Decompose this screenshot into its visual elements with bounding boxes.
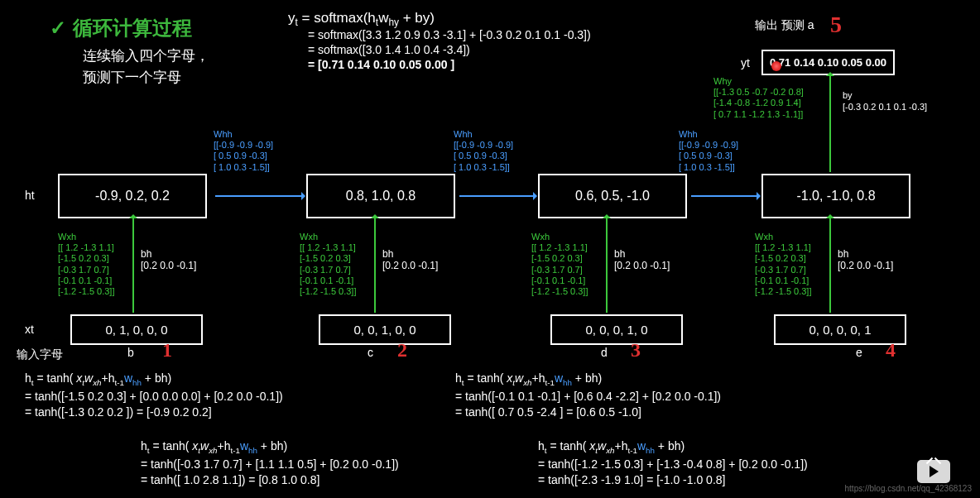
title: ✓循环计算过程 [50, 15, 192, 41]
watermark: https://blog.csdn.net/qq_42368123 [845, 484, 972, 493]
output-label: 输出 预测 a [755, 18, 814, 33]
whh-2: Whh[[-0.9 -0.9 -0.9] [ 0.5 0.9 -0.3] [ 1… [454, 129, 513, 173]
ht-box-4: -1.0, -1.0, 0.8 [761, 174, 910, 218]
red-1: 1 [162, 339, 172, 362]
arrow-xt-ht-1 [132, 215, 134, 313]
bh-3: bh[0.2 0.0 -0.1] [614, 248, 670, 271]
ht-box-3: 0.6, 0.5, -1.0 [538, 174, 687, 218]
arrow-xt-ht-4 [829, 215, 831, 313]
calc-1: ht = tanh( xtwxh+ht-1whh + bh) = tanh([-… [25, 371, 283, 421]
ht-box-2: 0.8, 1.0, 0.8 [306, 174, 455, 218]
wxh-4: Wxh[[ 1.2 -1.3 1.1] [-1.5 0.2 0.3] [-0.3… [755, 232, 811, 297]
whh-3: Whh[[-0.9 -0.9 -0.9] [ 0.5 0.9 -0.3] [ 1… [679, 129, 738, 173]
letter-e: e [856, 346, 862, 359]
ht-label: ht [25, 189, 35, 202]
xt-box-3: 0, 0, 0, 1, 0 [550, 314, 683, 345]
arrow-h1-h2 [215, 195, 305, 197]
by-vector: by [-0.3 0.2 0.1 0.1 -0.3] [843, 89, 927, 113]
wxh-3: Wxh[[ 1.2 -1.3 1.1] [-1.5 0.2 0.3] [-0.3… [531, 232, 588, 297]
letter-b: b [127, 346, 134, 359]
letter-c: c [368, 346, 373, 359]
wxh-1: Wxh[[ 1.2 -1.3 1.1] [-1.5 0.2 0.3] [-0.3… [58, 232, 114, 297]
bh-1: bh[0.2 0.0 -0.1] [141, 248, 196, 271]
yt-label: yt [741, 56, 750, 69]
red-2: 2 [397, 339, 407, 362]
calc-2: ht = tanh( xtwxh+ht-1whh + bh) = tanh([-… [141, 438, 399, 489]
input-letter-label: 输入字母 [17, 347, 63, 362]
xt-box-2: 0, 0, 1, 0, 0 [319, 314, 451, 345]
arrow-xt-ht-3 [606, 215, 608, 313]
wxh-2: Wxh[[ 1.2 -1.3 1.1] [-1.5 0.2 0.3] [-0.3… [300, 232, 356, 297]
arrow-h3-h4 [691, 195, 760, 197]
calc-3: ht = tanh( xtwxh+ht-1whh + bh) = tanh([-… [455, 371, 721, 421]
play-button[interactable] [917, 460, 950, 483]
bh-2: bh[0.2 0.0 -0.1] [382, 248, 438, 271]
xt-label: xt [25, 323, 34, 336]
arrow-h4-yt [829, 73, 831, 172]
softmax-formula: yt = softmax(htwhy + by) = softmax([3.3 … [288, 10, 591, 73]
arrow-h2-h3 [459, 195, 536, 197]
red-3: 3 [631, 339, 641, 362]
red-number-5: 5 [830, 12, 842, 38]
subtitle: 连续输入四个字母，预测下一个字母 [83, 45, 209, 88]
bh-4: bh[0.2 0.0 -0.1] [838, 248, 893, 271]
arrow-xt-ht-2 [374, 215, 376, 313]
highlight-dot-icon [771, 61, 781, 71]
whh-1: Whh[[-0.9 -0.9 -0.9] [ 0.5 0.9 -0.3] [ 1… [214, 129, 273, 173]
letter-d: d [601, 346, 608, 359]
xt-box-1: 0, 1, 0, 0, 0 [70, 314, 203, 345]
calc-4: ht = tanh( xtwxh+ht-1whh + bh) = tanh([-… [538, 438, 808, 489]
why-matrix: Why [[-1.3 0.5 -0.7 -0.2 0.8] [-1.4 -0.8… [713, 76, 804, 120]
red-4: 4 [886, 339, 896, 362]
check-icon: ✓ [50, 17, 66, 39]
